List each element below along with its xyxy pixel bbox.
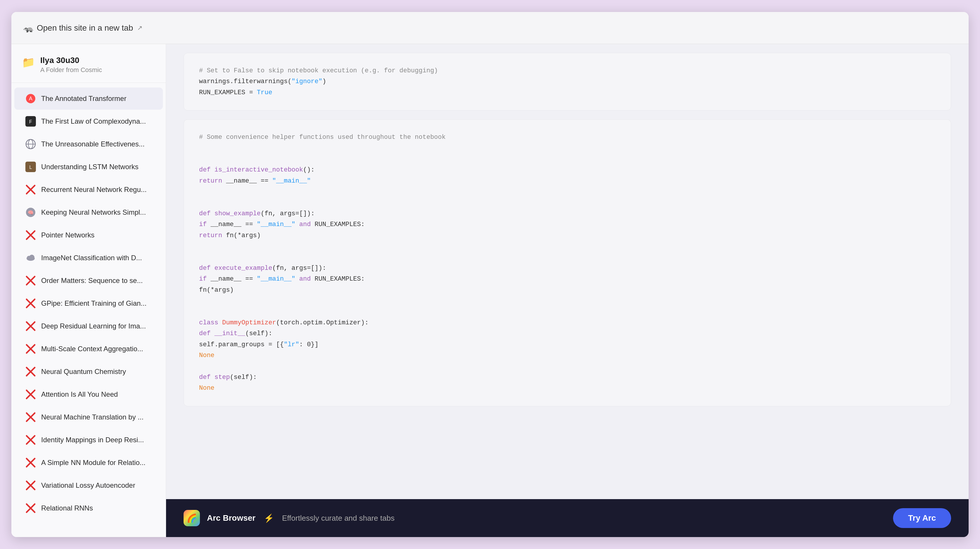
svg-point-17 xyxy=(29,255,35,260)
sidebar-item[interactable]: 🧠Keeping Neural Networks Simpl... xyxy=(14,201,163,224)
browser-window: 🦡 Open this site in a new tab ↗ 📁 Ilya 3… xyxy=(11,12,969,537)
svg-text:L: L xyxy=(29,165,32,170)
sidebar-item[interactable]: Pointer Networks xyxy=(14,224,163,246)
code-line: RUN_EXAMPLES = True xyxy=(199,87,935,98)
sidebar-item[interactable]: Relational RNNs xyxy=(14,497,163,519)
sidebar-item-icon xyxy=(25,502,37,514)
sidebar-item-label: ImageNet Classification with D... xyxy=(41,254,142,262)
sidebar-item[interactable]: Identity Mappings in Deep Resi... xyxy=(14,429,163,451)
sidebar-item-icon xyxy=(25,457,37,468)
sidebar-item[interactable]: Order Matters: Sequence to se... xyxy=(14,270,163,292)
sidebar-item-icon: F xyxy=(25,116,37,127)
sidebar-item-label: Neural Machine Translation by ... xyxy=(41,413,143,421)
sidebar-item-label: GPipe: Efficient Training of Gian... xyxy=(41,299,146,308)
sidebar-header: 📁 Ilya 30u30 A Folder from Cosmic xyxy=(11,50,166,83)
code-line: def step(self): xyxy=(199,372,935,383)
sidebar-folder-info: Ilya 30u30 A Folder from Cosmic xyxy=(40,56,102,74)
sidebar-item-label: Neural Quantum Chemistry xyxy=(41,368,126,376)
content-area: # Set to False to skip notebook executio… xyxy=(166,44,969,537)
code-line: # Some convenience helper functions used… xyxy=(199,132,935,143)
sidebar-item-label: Recurrent Neural Network Regu... xyxy=(41,186,146,194)
sidebar-item-label: Keeping Neural Networks Simpl... xyxy=(41,208,146,216)
code-line: def show_example(fn, args=[]): xyxy=(199,208,935,219)
code-line: class DummyOptimizer(torch.optim.Optimiz… xyxy=(199,317,935,328)
sidebar: 📁 Ilya 30u30 A Folder from Cosmic AThe A… xyxy=(11,44,166,537)
svg-text:🧠: 🧠 xyxy=(28,210,33,215)
code-line: self.param_groups = [{"lr": 0}] xyxy=(199,339,935,350)
sidebar-item-label: Identity Mappings in Deep Resi... xyxy=(41,436,144,444)
code-line: if __name__ == "__main__" and RUN_EXAMPL… xyxy=(199,274,935,284)
sidebar-item[interactable]: LUnderstanding LSTM Networks xyxy=(14,156,163,178)
sidebar-item[interactable]: AThe Annotated Transformer xyxy=(14,87,163,109)
sidebar-item-icon xyxy=(25,320,37,332)
sidebar-item-icon xyxy=(25,298,37,309)
sidebar-item-label: The Unreasonable Effectivenes... xyxy=(41,140,145,148)
code-line: None xyxy=(199,383,935,394)
sidebar-item-label: The Annotated Transformer xyxy=(41,95,126,103)
sidebar-item[interactable]: Attention Is All You Need xyxy=(14,383,163,406)
sidebar-item-label: The First Law of Complexodyna... xyxy=(41,117,146,125)
sidebar-item-icon xyxy=(25,252,37,264)
code-line: def execute_example(fn, args=[]): xyxy=(199,263,935,274)
banner-tagline: Effortlessly curate and share tabs xyxy=(282,514,395,523)
sidebar-item[interactable]: Neural Quantum Chemistry xyxy=(14,360,163,383)
sidebar-item[interactable]: Deep Residual Learning for Ima... xyxy=(14,315,163,337)
sidebar-item-icon xyxy=(25,389,37,400)
sidebar-item[interactable]: A Simple NN Module for Relatio... xyxy=(14,452,163,474)
code-line: None xyxy=(199,350,935,361)
external-link-icon: ↗ xyxy=(137,24,142,32)
sidebar-item-label: Relational RNNs xyxy=(41,504,93,512)
sidebar-item-label: Pointer Networks xyxy=(41,231,95,239)
top-bar: 🦡 Open this site in a new tab ↗ xyxy=(11,12,969,44)
sidebar-item[interactable]: FThe First Law of Complexodyna... xyxy=(14,110,163,132)
sidebar-item-label: Order Matters: Sequence to se... xyxy=(41,276,143,285)
sidebar-item-icon xyxy=(25,275,37,286)
sidebar-item[interactable]: Neural Machine Translation by ... xyxy=(14,406,163,428)
content-inner: # Set to False to skip notebook executio… xyxy=(166,44,969,537)
svg-text:A: A xyxy=(29,96,32,102)
sidebar-item-icon xyxy=(25,184,37,195)
site-favicon: 🦡 xyxy=(23,23,34,33)
sidebar-item-icon: 🧠 xyxy=(25,206,37,218)
code-line: warnings.filterwarnings("ignore") xyxy=(199,76,935,87)
sidebar-item[interactable]: Multi-Scale Context Aggregatio... xyxy=(14,338,163,360)
sidebar-item-icon xyxy=(25,411,37,423)
code-line: # Set to False to skip notebook executio… xyxy=(199,65,935,76)
sidebar-item-label: Attention Is All You Need xyxy=(41,390,118,398)
svg-text:F: F xyxy=(29,119,32,124)
sidebar-item-icon xyxy=(25,366,37,378)
arc-browser-name: Arc Browser xyxy=(207,513,256,523)
code-line: return fn(*args) xyxy=(199,230,935,241)
sidebar-item-icon: L xyxy=(25,161,37,173)
arc-banner: 🌈 Arc Browser ⚡ Effortlessly curate and … xyxy=(166,499,969,537)
sidebar-item-icon: A xyxy=(25,93,37,105)
sidebar-item-label: Variational Lossy Autoencoder xyxy=(41,481,135,489)
open-site-button[interactable]: 🦡 Open this site in a new tab ↗ xyxy=(23,23,142,33)
code-line: def __init__(self): xyxy=(199,328,935,339)
code-block: # Set to False to skip notebook executio… xyxy=(184,53,951,111)
sidebar-item[interactable]: GPipe: Efficient Training of Gian... xyxy=(14,292,163,314)
sidebar-item[interactable]: Variational Lossy Autoencoder xyxy=(14,474,163,497)
sidebar-item-icon xyxy=(25,434,37,446)
sidebar-item[interactable]: The Unreasonable Effectivenes... xyxy=(14,133,163,155)
code-line: fn(*args) xyxy=(199,285,935,295)
try-arc-button[interactable]: Try Arc xyxy=(893,508,951,528)
sidebar-item[interactable]: Recurrent Neural Network Regu... xyxy=(14,179,163,201)
sidebar-item-label: Understanding LSTM Networks xyxy=(41,163,138,171)
sidebar-folder-name: Ilya 30u30 xyxy=(40,56,102,65)
folder-icon: 📁 xyxy=(22,56,35,68)
code-line: return __name__ == "__main__" xyxy=(199,176,935,186)
open-site-label: Open this site in a new tab xyxy=(37,23,133,33)
arc-logo-icon: 🌈 xyxy=(184,510,200,526)
code-line: if __name__ == "__main__" and RUN_EXAMPL… xyxy=(199,219,935,230)
code-line: def is_interactive_notebook(): xyxy=(199,165,935,175)
sidebar-item-icon xyxy=(25,138,37,150)
sidebar-item-label: A Simple NN Module for Relatio... xyxy=(41,459,145,467)
code-block: # Some convenience helper functions used… xyxy=(184,119,951,406)
banner-separator: ⚡ xyxy=(264,513,274,523)
sidebar-folder-subtitle: A Folder from Cosmic xyxy=(40,66,102,74)
sidebar-item[interactable]: ImageNet Classification with D... xyxy=(14,247,163,269)
sidebar-item-icon xyxy=(25,229,37,241)
main-area: 📁 Ilya 30u30 A Folder from Cosmic AThe A… xyxy=(11,44,969,537)
sidebar-item-icon xyxy=(25,343,37,355)
